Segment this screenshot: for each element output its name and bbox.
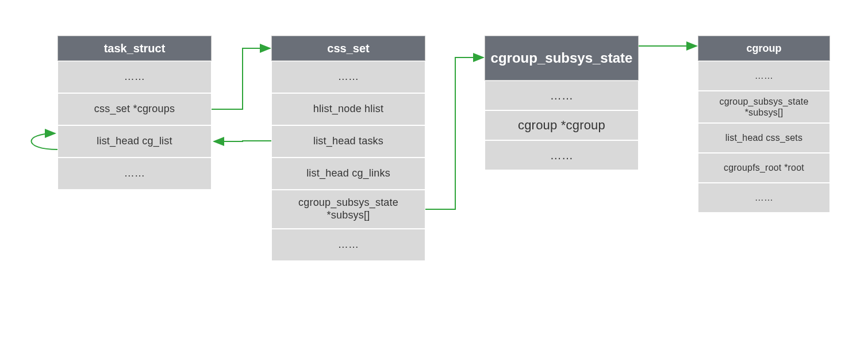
struct-cgroup: cgroup …… cgroup_subsys_state *subsys[] … [698,36,830,213]
struct-css-set-header: css_set [271,36,425,61]
arrow-task-cglist-self-loop [31,133,57,149]
cgroup-subsys-state-row-ellipsis-1: …… [485,80,639,110]
task-struct-row-css-set-cgroups: css_set *cgroups [57,93,212,125]
task-struct-row-ellipsis-2: …… [57,158,212,190]
css-set-row-ellipsis-1: …… [271,61,425,93]
arrow-task-cgroups-to-css-set [212,48,270,109]
cgroup-row-cgroup-subsys-state-subsys: cgroup_subsys_state *subsys[] [698,91,830,123]
struct-cgroup-subsys-state-header: cgroup_subsys_state [485,36,639,80]
cgroup-row-list-head-css-sets: list_head css_sets [698,123,830,153]
diagram-canvas: task_struct …… css_set *cgroups list_hea… [0,0,868,353]
css-set-row-ellipsis-2: …… [271,229,425,261]
css-set-row-hlist-node-hlist: hlist_node hlist [271,93,425,125]
css-set-row-list-head-tasks: list_head tasks [271,125,425,158]
cgroup-row-ellipsis-1: …… [698,61,830,91]
css-set-row-cgroup-subsys-state-subsys: cgroup_subsys_state *subsys[] [271,190,425,229]
cgroup-row-ellipsis-2: …… [698,183,830,213]
struct-css-set: css_set …… hlist_node hlist list_head ta… [271,36,425,261]
css-set-row-list-head-cg-links: list_head cg_links [271,158,425,190]
cgroup-row-cgroupfs-root-root: cgroupfs_root *root [698,153,830,183]
cgroup-subsys-state-row-cgroup-ptr: cgroup *cgroup [485,110,639,140]
task-struct-row-list-head-cg-list: list_head cg_list [57,125,212,158]
struct-cgroup-header: cgroup [698,36,830,61]
struct-task-struct: task_struct …… css_set *cgroups list_hea… [57,36,212,190]
task-struct-row-ellipsis-1: …… [57,61,212,93]
arrow-css-set-subsys-to-cgroup-subsys-state [425,57,483,209]
struct-cgroup-subsys-state-title: cgroup_subsys_state [491,50,633,66]
struct-cgroup-subsys-state: cgroup_subsys_state …… cgroup *cgroup …… [485,36,639,170]
arrow-css-set-tasks-to-task-cglist [214,141,271,141]
cgroup-subsys-state-row-ellipsis-2: …… [485,140,639,170]
struct-task-struct-header: task_struct [57,36,212,61]
